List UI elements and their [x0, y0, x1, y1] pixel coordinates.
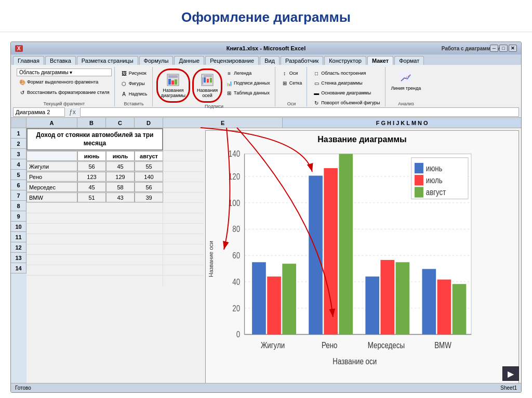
- vosstanovit-label: Восстановить форматирование стиля: [27, 90, 110, 95]
- cell-jun-4[interactable]: 51: [77, 193, 106, 202]
- header-aug[interactable]: август: [135, 151, 163, 161]
- figury-label: Фигуры: [129, 81, 145, 86]
- col-C: C: [106, 118, 135, 128]
- svg-text:140: 140: [229, 149, 240, 158]
- svg-text:0: 0: [236, 330, 240, 339]
- next-slide-button[interactable]: ▶: [502, 366, 519, 381]
- cell-jul-4[interactable]: 43: [106, 193, 135, 202]
- close-btn[interactable]: ✕: [509, 45, 517, 52]
- group-osi: ↕ Оси ⊞ Сетка Оси: [276, 67, 307, 106]
- svg-rect-54: [415, 187, 423, 197]
- cell-empty-2[interactable]: [163, 172, 203, 182]
- cell-jun-3[interactable]: 45: [77, 182, 106, 192]
- nazv-osei-btn[interactable]: Названияосей: [195, 71, 220, 100]
- osi-btn[interactable]: ↕ Оси: [279, 68, 304, 78]
- svg-text:август: август: [426, 188, 446, 197]
- cell-aug-1[interactable]: 55: [135, 161, 163, 171]
- cell-aug-3[interactable]: 56: [135, 182, 163, 192]
- nadpis-btn[interactable]: A Надпись: [118, 89, 150, 99]
- podpisi-buttons: Названиядиаграммы: [156, 68, 272, 103]
- osi-label: Оси: [289, 71, 298, 76]
- liniya-trenda-btn[interactable]: Линия тренда: [389, 68, 423, 92]
- tab-dannye[interactable]: Данные: [174, 56, 204, 65]
- group-fon: □ Область построения ▭ Стенка диаграммы …: [308, 67, 385, 106]
- vosstanovit-btn[interactable]: ↺ Восстановить форматирование стиля: [17, 88, 112, 97]
- cell-aug-4[interactable]: 39: [135, 193, 163, 202]
- figury-btn[interactable]: ⬡ Фигуры: [118, 79, 150, 88]
- minimize-btn[interactable]: ─: [490, 45, 498, 52]
- tab-recenzirovanie[interactable]: Рецензирование: [205, 56, 259, 65]
- row-7: 7: [11, 190, 26, 201]
- setka-label: Сетка: [289, 80, 302, 86]
- tab-format[interactable]: Формат: [394, 56, 424, 65]
- tab-razrabotchik[interactable]: Разработчик: [281, 56, 323, 65]
- nadpis-label: Надпись: [129, 91, 148, 97]
- cell-car-3[interactable]: Мерседес: [26, 182, 77, 192]
- povorot-btn[interactable]: ↻ Поворот объемной фигуры: [311, 98, 382, 107]
- row-2: 2: [11, 139, 26, 149]
- window-controls[interactable]: ─ □ ✕: [490, 45, 517, 52]
- data-table-icon: ⊞: [225, 89, 233, 97]
- tab-vid[interactable]: Вид: [260, 56, 280, 65]
- svg-text:120: 120: [229, 172, 240, 181]
- svg-rect-38: [339, 154, 353, 335]
- svg-text:Жигули: Жигули: [261, 340, 285, 349]
- cell-empty-1[interactable]: [163, 161, 203, 171]
- risunok-btn[interactable]: 🖼 Рисунок: [118, 68, 150, 78]
- podpisi-dannych-btn[interactable]: 📊 Подписи данных: [223, 78, 272, 88]
- header-empty[interactable]: [163, 151, 203, 161]
- maximize-btn[interactable]: □: [499, 45, 508, 52]
- svg-rect-33: [252, 262, 266, 334]
- formula-input[interactable]: [80, 107, 519, 117]
- stenka-btn[interactable]: ▭ Стенка диаграммы: [311, 78, 382, 88]
- cell-jun-1[interactable]: 56: [77, 161, 106, 171]
- oblast-diagrammy-select[interactable]: Область диаграммы ▾: [17, 68, 112, 76]
- svg-text:Мерседесы: Мерседесы: [368, 340, 405, 349]
- title-merged-cell[interactable]: Доход от стоянки автомобилей за три меся…: [26, 128, 163, 150]
- row-9: 9: [11, 211, 26, 222]
- tab-razmetka[interactable]: Разметка страницы: [77, 56, 138, 65]
- header-jul[interactable]: июль: [106, 151, 135, 161]
- cell-car-2[interactable]: Рено: [26, 172, 77, 182]
- povorot-label: Поворот объемной фигуры: [321, 100, 380, 105]
- cell-empty-3[interactable]: [163, 182, 203, 192]
- cell-jul-1[interactable]: 45: [106, 161, 135, 171]
- cell-empty-4[interactable]: [163, 193, 203, 202]
- tablica-dannych-btn[interactable]: ⊞ Таблица данных: [223, 88, 272, 98]
- tab-glavnaya[interactable]: Главная: [13, 56, 44, 65]
- tekushiy-name: Текущий фрагмент: [17, 100, 112, 106]
- nazv-diagrammy-btn[interactable]: Названиядиаграммы: [159, 71, 188, 100]
- cell-jul-3[interactable]: 58: [106, 182, 135, 192]
- svg-rect-39: [365, 277, 379, 335]
- row-6: 6: [11, 180, 26, 190]
- legenda-btn[interactable]: ≡ Легенда: [223, 68, 272, 78]
- cell-jun-2[interactable]: 123: [77, 172, 106, 182]
- plot-area-icon: □: [313, 70, 320, 77]
- svg-rect-36: [309, 176, 323, 335]
- cell-jul-2[interactable]: 129: [106, 172, 135, 182]
- excel-title: Книга1.xlsx - Microsoft Excel: [227, 45, 305, 51]
- osi-stack: ↕ Оси ⊞ Сетка: [279, 68, 304, 88]
- tab-maket[interactable]: Макет: [367, 56, 393, 65]
- cell-aug-2[interactable]: 140: [135, 172, 163, 182]
- chart-title: Название диаграммы: [206, 131, 518, 146]
- cell-car-1[interactable]: Жигули: [26, 161, 77, 171]
- name-box[interactable]: [13, 107, 65, 117]
- tab-konstruktor[interactable]: Конструктор: [324, 56, 366, 65]
- setka-btn[interactable]: ⊞ Сетка: [279, 78, 304, 88]
- tab-formuly[interactable]: Формулы: [139, 56, 174, 65]
- oblast-postr-btn[interactable]: □ Область построения: [311, 68, 382, 78]
- trendline-icon: [398, 70, 413, 85]
- tab-vstavka[interactable]: Вставка: [45, 56, 76, 65]
- osnovanie-btn[interactable]: ▬ Основание диаграммы: [311, 88, 382, 98]
- format-vyd-btn[interactable]: 🎨 Формат выделенного фрагмента: [17, 77, 112, 87]
- empty-row1-col5[interactable]: [163, 128, 203, 150]
- chart-container[interactable]: Название диаграммы Название оси 0: [205, 130, 519, 393]
- row-13: 13: [11, 253, 26, 263]
- header-jun[interactable]: июнь: [77, 151, 106, 161]
- grid-area: 1 2 3 4 5 6 7 8 9 10 11 12 13 14: [11, 128, 203, 393]
- analiz-name: Анализ: [389, 100, 423, 106]
- header-car[interactable]: [26, 151, 77, 161]
- svg-text:60: 60: [232, 251, 240, 260]
- cell-car-4[interactable]: BMW: [26, 193, 77, 202]
